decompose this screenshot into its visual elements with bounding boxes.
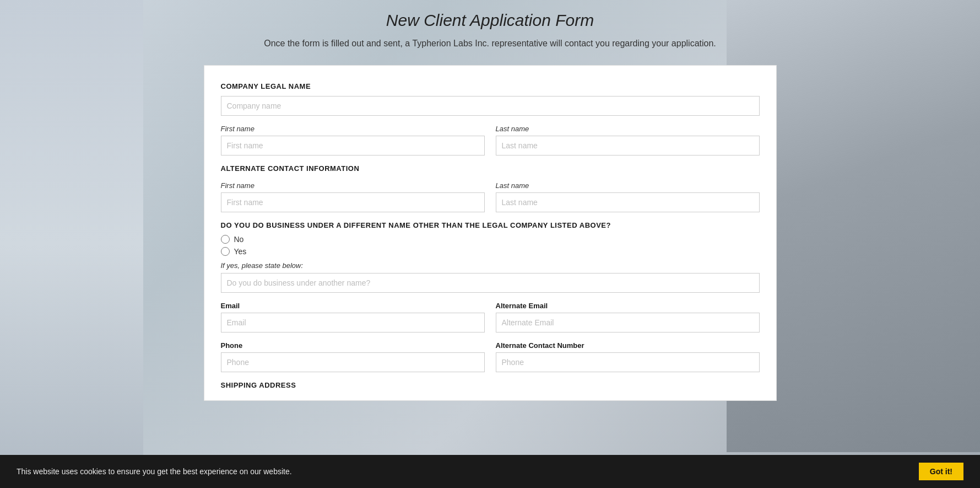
- alternate-phone-col: Alternate Contact Number: [496, 341, 760, 372]
- alternate-email-label: Alternate Email: [496, 302, 760, 310]
- phone-input[interactable]: [221, 352, 485, 372]
- email-label: Email: [221, 302, 485, 310]
- cookie-text: This website uses cookies to ensure you …: [17, 467, 292, 476]
- primary-contact-row: First name Last name: [221, 125, 760, 155]
- page-subtitle: Once the form is filled out and sent, a …: [264, 39, 716, 49]
- primary-first-name-label: First name: [221, 125, 485, 133]
- email-col: Email: [221, 302, 485, 333]
- alternate-last-name-label: Last name: [496, 181, 760, 190]
- primary-first-name-input[interactable]: [221, 136, 485, 155]
- dba-no-option[interactable]: No: [221, 235, 760, 244]
- alternate-last-name-input[interactable]: [496, 192, 760, 212]
- alternate-phone-label: Alternate Contact Number: [496, 341, 760, 350]
- alternate-first-name-input[interactable]: [221, 192, 485, 212]
- alternate-phone-input[interactable]: [496, 352, 760, 372]
- phone-label: Phone: [221, 341, 485, 350]
- page-title: New Client Application Form: [386, 11, 594, 30]
- dba-no-label: No: [234, 235, 244, 244]
- dba-yes-radio[interactable]: [221, 247, 230, 256]
- dba-section: DO YOU DO BUSINESS UNDER A DIFFERENT NAM…: [221, 221, 760, 293]
- cookie-accept-button[interactable]: Got it!: [919, 463, 963, 480]
- email-row: Email Alternate Email: [221, 302, 760, 333]
- alternate-first-name-col: First name: [221, 181, 485, 212]
- page-wrapper: New Client Application Form Once the for…: [0, 0, 980, 401]
- dba-name-input[interactable]: [221, 273, 760, 293]
- dba-radio-group: No Yes: [221, 235, 760, 256]
- alternate-contact-section-label: ALTERNATE CONTACT INFORMATION: [221, 164, 760, 173]
- shipping-section-label: SHIPPING ADDRESS: [221, 381, 760, 389]
- alternate-contact-section: ALTERNATE CONTACT INFORMATION: [221, 164, 760, 173]
- dba-if-yes-label: If yes, please state below:: [221, 261, 760, 270]
- phone-row: Phone Alternate Contact Number: [221, 341, 760, 372]
- primary-first-name-col: First name: [221, 125, 485, 155]
- dba-question-label: DO YOU DO BUSINESS UNDER A DIFFERENT NAM…: [221, 221, 760, 229]
- email-input[interactable]: [221, 313, 485, 333]
- alternate-email-col: Alternate Email: [496, 302, 760, 333]
- dba-no-radio[interactable]: [221, 235, 230, 244]
- company-name-input[interactable]: [221, 96, 760, 116]
- cookie-banner: This website uses cookies to ensure you …: [0, 455, 980, 488]
- company-section: COMPANY LEGAL NAME: [221, 82, 760, 116]
- dba-yes-option[interactable]: Yes: [221, 247, 760, 256]
- dba-yes-label: Yes: [234, 247, 247, 256]
- alternate-last-name-col: Last name: [496, 181, 760, 212]
- phone-col: Phone: [221, 341, 485, 372]
- alternate-first-name-label: First name: [221, 181, 485, 190]
- form-container: COMPANY LEGAL NAME First name Last name …: [204, 65, 777, 401]
- primary-last-name-col: Last name: [496, 125, 760, 155]
- alternate-contact-row: First name Last name: [221, 181, 760, 212]
- alternate-email-input[interactable]: [496, 313, 760, 333]
- primary-last-name-input[interactable]: [496, 136, 760, 155]
- company-section-label: COMPANY LEGAL NAME: [221, 82, 760, 90]
- primary-last-name-label: Last name: [496, 125, 760, 133]
